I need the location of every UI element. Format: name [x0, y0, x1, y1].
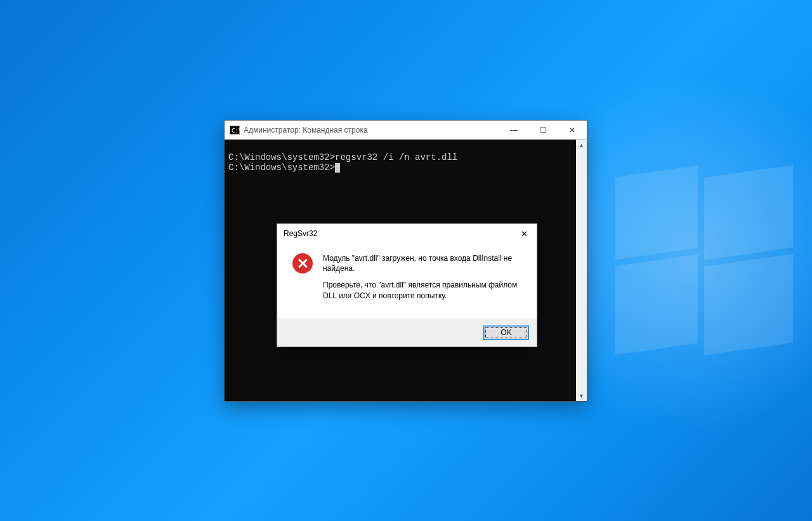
dialog-message-line1: Модуль "avrt.dll" загружен, но точка вхо…: [323, 253, 524, 274]
maximize-button[interactable]: ☐: [528, 121, 558, 140]
windows-logo-icon: [615, 171, 793, 349]
regsvr32-dialog: RegSvr32 ✕ Модуль "avrt.dll" загружен, н…: [277, 223, 537, 347]
scroll-up-icon[interactable]: ▲: [576, 140, 587, 150]
error-icon: [292, 253, 313, 274]
cmd-window-title: Администратор: Командная строка: [244, 126, 368, 135]
cmd-line: C:\Windows\system32>regsvr32 /i /n avrt.…: [228, 153, 572, 162]
dialog-titlebar[interactable]: RegSvr32 ✕: [277, 224, 537, 243]
dialog-message: Модуль "avrt.dll" загружен, но точка вхо…: [323, 253, 524, 307]
cmd-scrollbar[interactable]: ▲ ▼: [576, 140, 587, 401]
minimize-button[interactable]: —: [499, 121, 528, 140]
dialog-footer: OK: [277, 319, 537, 346]
desktop-background: C:\ Администратор: Командная строка — ☐ …: [0, 0, 812, 521]
close-button[interactable]: ✕: [558, 121, 587, 140]
scroll-down-icon[interactable]: ▼: [576, 390, 587, 401]
cmd-line: C:\Windows\system32>: [228, 163, 572, 173]
cmd-titlebar[interactable]: C:\ Администратор: Командная строка — ☐ …: [225, 121, 587, 140]
scrollbar-track[interactable]: [576, 150, 587, 390]
dialog-title-text: RegSvr32: [284, 229, 317, 238]
ok-button[interactable]: OK: [483, 326, 529, 340]
dialog-message-line2: Проверьте, что "avrt.dll" является прави…: [323, 280, 524, 300]
dialog-close-button[interactable]: ✕: [511, 224, 537, 243]
cmd-cursor: [335, 163, 340, 173]
cmd-app-icon: C:\: [230, 126, 240, 135]
